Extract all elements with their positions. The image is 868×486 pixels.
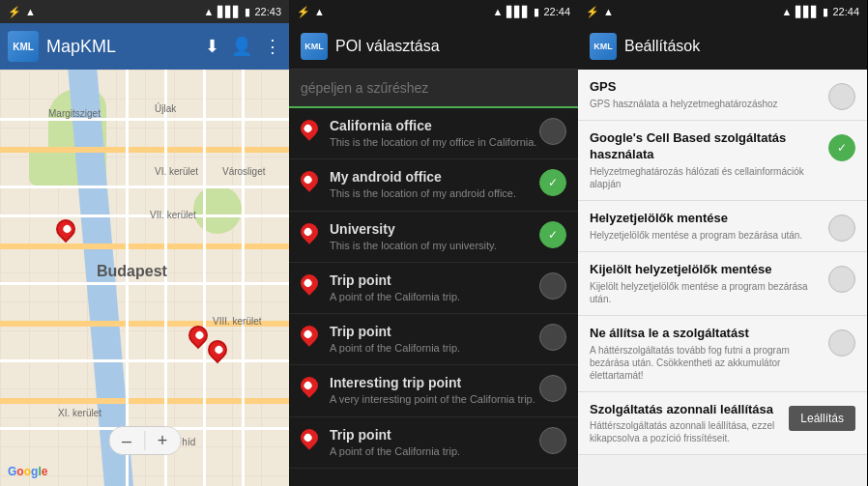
battery-icon: ▮ — [245, 6, 250, 18]
poi-item-content: Trip point A point of the California tri… — [330, 427, 539, 458]
poi-pin-dot — [303, 123, 313, 133]
poi-pin-head — [297, 219, 321, 243]
map-pin-1[interactable] — [56, 219, 75, 246]
search-input[interactable] — [301, 80, 566, 96]
vi-kerulet-label: VI. kerület — [155, 166, 198, 177]
poi-toggle-6[interactable] — [539, 427, 566, 454]
map-pin-2[interactable] — [188, 326, 208, 353]
settings-list-item[interactable]: Google's Cell Based szolgáltatás használ… — [578, 121, 867, 201]
settings-item-content: Kijelölt helyzetjelölők mentése Kijelölt… — [590, 262, 828, 305]
poi-toggle-3[interactable] — [539, 272, 566, 300]
map-pin-3[interactable] — [208, 340, 227, 367]
poi-toggle-1[interactable] — [539, 169, 566, 196]
search-bar[interactable] — [289, 70, 578, 108]
o1-letter: o — [16, 465, 23, 478]
settings-app-icon: KML — [590, 33, 617, 60]
poi-pin-dot — [303, 175, 313, 186]
e-letter: e — [42, 465, 48, 478]
wifi-icon-3: ▲ — [782, 6, 793, 17]
poi-list-item[interactable]: Interesting trip point A very interestin… — [289, 365, 578, 416]
poi-item-desc: A point of the California trip. — [330, 444, 539, 458]
poi-list-item[interactable]: My android office This is the location o… — [289, 159, 578, 211]
status-left-2: ⚡ ▲ — [297, 6, 325, 18]
poi-pin-icon — [301, 223, 320, 250]
poi-item-content: Trip point A point of the California tri… — [330, 324, 539, 355]
overflow-menu-action[interactable]: ⋮ — [264, 36, 281, 57]
settings-item-desc: A háttérszolgáltatás tovább fog futni a … — [590, 344, 828, 382]
stop-service-button[interactable]: Leállítás — [789, 406, 855, 431]
poi-toggle-0[interactable] — [539, 118, 566, 145]
road-2 — [0, 243, 289, 249]
park-area-3 — [193, 186, 242, 234]
settings-item-title: Ne állítsa le a szolgáltatást — [590, 326, 828, 342]
poi-pin-head — [297, 116, 321, 140]
pin-dot-2 — [194, 329, 205, 340]
settings-app-title: Beállítások — [624, 38, 700, 55]
settings-list-item[interactable]: GPS GPS használata a helyzetmeghatározás… — [578, 70, 867, 121]
varosliget-label: Városliget — [222, 166, 265, 177]
poi-item-title: Trip point — [330, 427, 539, 443]
poi-pin-icon — [301, 429, 320, 456]
map-view[interactable]: Budapest Margitsziget Újlak VI. kerület … — [0, 70, 289, 486]
poi-app-bar: KML POI választása — [289, 23, 578, 70]
signal-bars-2: ▋▋▋ — [506, 6, 530, 18]
g-letter: G — [8, 465, 16, 478]
poi-pin-icon — [301, 326, 320, 353]
settings-list-item[interactable]: Kijelölt helyzetjelölők mentése Kijelölt… — [578, 252, 867, 316]
signal-icon-3: ▲ — [603, 6, 614, 17]
settings-item-title: Kijelölt helyzetjelölők mentése — [590, 262, 828, 278]
settings-toggle-3[interactable] — [828, 266, 855, 293]
poi-list-item[interactable]: Trip point A point of the California tri… — [289, 314, 578, 365]
settings-list-item[interactable]: Szolgáltatás azonnali leállítása Háttérs… — [578, 392, 867, 456]
poi-item-desc: This is the location of my android offic… — [330, 186, 539, 200]
usb-icon-2: ⚡ — [297, 6, 310, 18]
settings-list-item[interactable]: Ne állítsa le a szolgáltatást A háttérsz… — [578, 316, 867, 392]
poi-list-item[interactable]: Trip point A point of the California tri… — [289, 263, 578, 314]
settings-item-content: Helyzetjelölők mentése Helyzetjelölők me… — [590, 211, 828, 242]
zoom-out-button[interactable]: – — [109, 427, 144, 454]
settings-toggle-0[interactable] — [828, 83, 855, 110]
battery-icon-3: ▮ — [823, 6, 828, 18]
poi-list-item[interactable]: California office This is the location o… — [289, 108, 578, 159]
settings-toggle-2[interactable] — [828, 214, 855, 242]
person-action[interactable]: 👤 — [231, 36, 252, 57]
poi-pin-icon — [301, 120, 320, 147]
download-action[interactable]: ⬇ — [205, 36, 219, 57]
poi-pin-icon — [301, 171, 320, 198]
poi-list-item[interactable]: Trip point A point of the California tri… — [289, 417, 578, 469]
poi-item-title: Trip point — [330, 272, 539, 288]
settings-toggle-1[interactable] — [828, 134, 855, 161]
poi-pin-head — [297, 168, 321, 192]
poi-item-desc: A point of the California trip. — [330, 341, 539, 355]
poi-pin-dot — [303, 432, 313, 443]
poi-app-title: POI választása — [335, 38, 566, 55]
signal-icon: ▲ — [25, 6, 36, 17]
usb-icon: ⚡ — [8, 6, 21, 18]
road-1 — [0, 147, 289, 153]
poi-toggle-2[interactable] — [539, 221, 566, 248]
google-logo: Google — [8, 465, 47, 478]
time-display-3: 22:44 — [832, 6, 859, 17]
poi-toggle-4[interactable] — [539, 324, 566, 351]
zoom-in-button[interactable]: + — [145, 427, 180, 454]
settings-item-content: GPS GPS használata a helyzetmeghatározás… — [590, 79, 828, 110]
time-display-1: 22:43 — [254, 6, 281, 17]
status-right-2: ▲ ▋▋▋ ▮ 22:44 — [493, 6, 570, 18]
margitsziget-label: Margitsziget — [48, 108, 101, 119]
poi-pin-dot — [303, 277, 313, 288]
poi-item-content: Interesting trip point A very interestin… — [330, 375, 539, 406]
settings-toggle-4[interactable] — [828, 329, 855, 357]
settings-item-desc: Kijelölt helyzetjelölők mentése a progra… — [590, 280, 828, 305]
app-bar-actions-1: ⬇ 👤 ⋮ — [205, 36, 281, 57]
settings-list: GPS GPS használata a helyzetmeghatározás… — [578, 70, 867, 486]
street-h-4 — [0, 282, 289, 285]
vii-kerulet-label: VII. kerület — [150, 210, 196, 220]
poi-toggle-5[interactable] — [539, 375, 566, 402]
poi-item-title: My android office — [330, 169, 539, 185]
poi-list-item[interactable]: University This is the location of my un… — [289, 212, 578, 263]
poi-item-content: University This is the location of my un… — [330, 221, 539, 252]
settings-list-item[interactable]: Helyzetjelölők mentése Helyzetjelölők me… — [578, 201, 867, 252]
poi-pin-head — [297, 374, 321, 398]
settings-app-bar: KML Beállítások — [578, 23, 867, 70]
settings-item-content: Szolgáltatás azonnali leállítása Háttérs… — [590, 402, 789, 445]
